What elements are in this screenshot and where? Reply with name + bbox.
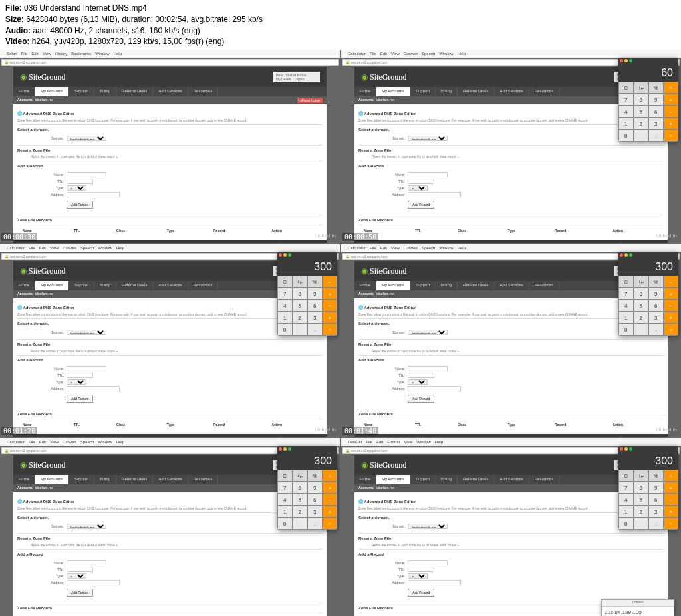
menu-item[interactable]: Speech — [422, 246, 435, 250]
menu-item[interactable]: Window — [439, 246, 453, 250]
calc-key[interactable]: 3 — [648, 312, 664, 324]
menu-item[interactable]: Edit — [39, 246, 46, 250]
menu-item[interactable]: TextEdit — [348, 440, 362, 444]
record-address-input[interactable] — [408, 386, 461, 391]
calc-key[interactable]: − — [664, 300, 679, 312]
calc-key[interactable]: − — [323, 494, 338, 506]
calc-key[interactable]: 5 — [293, 300, 308, 312]
calc-key[interactable]: 6 — [648, 494, 664, 506]
nav-tab[interactable]: Resources — [188, 281, 219, 290]
calc-key[interactable]: ÷ — [664, 470, 679, 482]
calc-key[interactable]: − — [664, 494, 679, 506]
nav-tab[interactable]: Add Services — [153, 87, 188, 96]
calc-key[interactable]: 4 — [277, 494, 293, 506]
nav-tab[interactable]: My Accounts — [376, 281, 410, 290]
nav-tab[interactable]: Resources — [529, 281, 560, 290]
menu-item[interactable]: View — [391, 52, 400, 56]
cpanel-button[interactable]: cPanel Home — [297, 98, 323, 103]
nav-tab[interactable]: Billing — [94, 281, 116, 290]
menu-item[interactable]: Bookmarks — [71, 52, 91, 56]
calc-key[interactable] — [634, 518, 649, 530]
menu-item[interactable]: Safari — [7, 52, 17, 56]
calc-key[interactable]: % — [648, 82, 664, 94]
nav-tab[interactable]: Support — [410, 475, 436, 484]
record-name-input[interactable] — [67, 560, 106, 565]
menu-item[interactable]: Window — [416, 440, 430, 444]
calc-key[interactable]: 1 — [277, 312, 293, 324]
calc-key[interactable]: 8 — [634, 482, 649, 494]
calc-key[interactable]: × — [664, 94, 679, 106]
record-name-input[interactable] — [67, 172, 106, 177]
calc-key[interactable]: × — [664, 482, 679, 494]
calc-key[interactable]: 6 — [307, 494, 323, 506]
nav-tab[interactable]: Support — [69, 475, 94, 484]
calc-key[interactable]: 4 — [618, 494, 634, 506]
add-record-button[interactable]: Add Record — [408, 395, 434, 403]
calc-key[interactable]: 4 — [277, 300, 293, 312]
domain-select[interactable]: landonhotels.com — [67, 136, 106, 141]
menu-item[interactable]: File — [29, 440, 35, 444]
menu-item[interactable]: History — [55, 52, 68, 56]
calc-key[interactable]: 4 — [618, 106, 634, 118]
menu-item[interactable]: View — [404, 440, 412, 444]
add-record-button[interactable]: Add Record — [67, 201, 93, 209]
calc-key[interactable]: 3 — [648, 118, 664, 130]
calc-key[interactable]: 0 — [277, 518, 293, 530]
record-type-select[interactable]: A — [67, 379, 86, 385]
nav-tab[interactable]: Referral Deals — [116, 281, 153, 290]
menu-item[interactable]: Help — [458, 52, 466, 56]
calc-key[interactable]: 2 — [293, 312, 308, 324]
record-address-input[interactable] — [408, 192, 461, 197]
calc-key[interactable]: + — [664, 506, 679, 518]
menu-item[interactable]: Calculator — [348, 246, 366, 250]
calc-key[interactable]: 9 — [307, 482, 323, 494]
calc-key[interactable]: 9 — [648, 288, 664, 300]
add-record-button[interactable]: Add Record — [67, 395, 93, 403]
record-ttl-input[interactable] — [67, 373, 93, 378]
nav-tab[interactable]: Add Services — [494, 475, 529, 484]
nav-tab[interactable]: Referral Deals — [116, 87, 153, 96]
nav-tab[interactable]: Referral Deals — [116, 475, 153, 484]
record-address-input[interactable] — [67, 580, 120, 585]
menu-item[interactable]: Edit — [31, 52, 38, 56]
domain-select[interactable]: landonhotels.com — [408, 136, 448, 141]
calc-key[interactable]: +/- — [293, 470, 308, 482]
menu-item[interactable]: File — [21, 52, 28, 56]
calc-key[interactable]: . — [648, 324, 664, 336]
add-record-button[interactable]: Add Record — [408, 201, 434, 209]
calc-key[interactable]: 7 — [618, 288, 634, 300]
calc-key[interactable]: 9 — [648, 482, 664, 494]
calculator-window[interactable]: 300 C+/-%÷789×456−123+0.= — [618, 252, 678, 336]
nav-tab[interactable]: Home — [354, 87, 376, 96]
menu-item[interactable]: Convert — [404, 52, 418, 56]
calc-key[interactable]: 5 — [634, 494, 649, 506]
menu-item[interactable]: View — [50, 246, 59, 250]
record-type-select[interactable]: A — [408, 379, 428, 385]
record-ttl-input[interactable] — [67, 567, 93, 572]
domain-select[interactable]: landonhotels.com — [67, 524, 106, 529]
calc-key[interactable]: 0 — [618, 518, 634, 530]
calc-key[interactable]: ÷ — [323, 276, 338, 288]
calc-key[interactable]: 2 — [634, 312, 649, 324]
calc-key[interactable]: ÷ — [664, 276, 679, 288]
menu-item[interactable]: View — [43, 52, 51, 56]
menu-item[interactable]: Help — [114, 52, 122, 56]
calc-key[interactable]: = — [664, 130, 679, 142]
calc-key[interactable]: + — [323, 312, 338, 324]
nav-tab[interactable]: Resources — [529, 87, 560, 96]
record-type-select[interactable]: A — [67, 185, 86, 191]
nav-tab[interactable]: Add Services — [494, 87, 529, 96]
menu-item[interactable]: Convert — [404, 246, 418, 250]
nav-tab[interactable]: Support — [69, 281, 94, 290]
calc-key[interactable]: 0 — [277, 324, 293, 336]
record-type-select[interactable]: A — [67, 573, 86, 579]
calc-key[interactable]: 1 — [277, 506, 293, 518]
calc-key[interactable]: + — [323, 506, 338, 518]
menu-item[interactable]: File — [29, 246, 35, 250]
calc-key[interactable]: × — [664, 288, 679, 300]
calc-key[interactable] — [293, 324, 308, 336]
calc-key[interactable]: . — [648, 518, 664, 530]
nav-tab[interactable]: Support — [69, 87, 94, 96]
nav-tab[interactable]: Resources — [188, 475, 219, 484]
calc-key[interactable]: × — [323, 482, 338, 494]
